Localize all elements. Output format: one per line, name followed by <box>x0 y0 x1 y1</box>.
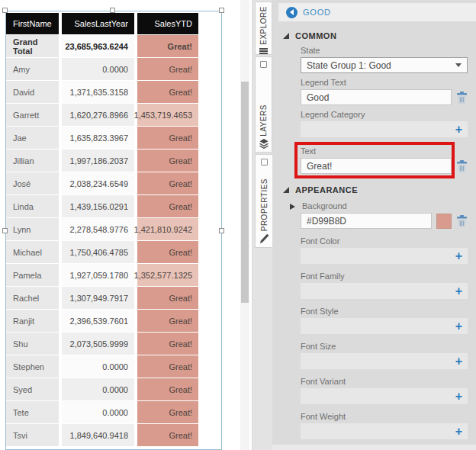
font-field-label: Font Family <box>301 272 468 281</box>
explore-chart-icon <box>259 48 268 54</box>
pencil-icon <box>259 233 269 244</box>
background-swatch[interactable] <box>436 214 452 229</box>
cell-saleslastyear: 0.0000 <box>62 355 134 378</box>
table-body: Grand Total 23,685,963.6244 Great! Amy 0… <box>6 35 198 446</box>
add-icon[interactable]: + <box>455 124 462 135</box>
add-icon[interactable]: + <box>455 286 462 297</box>
cell-salesytd: Great! <box>137 310 198 332</box>
cell-salesytd: Great! <box>137 424 198 446</box>
square-icon <box>260 61 267 68</box>
selection-handle-mid-left[interactable] <box>2 228 8 233</box>
collapsed-icon <box>290 204 295 210</box>
cell-firstname: Garrett <box>6 104 59 126</box>
cell-salesytd: Great! <box>137 401 198 423</box>
cell-salesytd: Great! <box>137 333 198 355</box>
cell-saleslastyear: 1,371,635.3158 <box>62 81 134 103</box>
font-field: + <box>301 388 468 404</box>
trash-icon[interactable] <box>456 92 468 104</box>
column-header-firstname: FirstName <box>6 13 59 34</box>
font-field: + <box>301 318 468 334</box>
add-icon[interactable]: + <box>455 321 462 332</box>
cell-salesytd: Great! <box>137 172 198 194</box>
tab-properties[interactable]: PROPERTIES <box>255 154 273 248</box>
back-button[interactable] <box>286 7 298 18</box>
trash-icon[interactable] <box>456 160 468 172</box>
layers-icon <box>259 139 269 149</box>
selection-handle-top-center[interactable] <box>110 8 115 13</box>
cell-firstname: Michael <box>6 241 59 263</box>
cell-salesytd: Great! <box>137 287 198 309</box>
font-field: + <box>301 283 468 299</box>
cell-salesytd: Great! <box>137 35 198 57</box>
add-icon[interactable]: + <box>455 356 462 367</box>
datagrid-visual[interactable]: FirstName SalesLastYear SalesYTD Grand T… <box>6 13 198 447</box>
text-label: Text <box>301 146 468 156</box>
cell-firstname: Pamela <box>6 264 59 286</box>
tab-layers[interactable]: LAYERS <box>255 56 272 153</box>
canvas-scrollbar-thumb[interactable] <box>241 82 249 303</box>
selection-handle-top-right[interactable] <box>219 8 224 13</box>
legend-category-label: Legend Category <box>301 110 468 120</box>
table-row: David 1,371,635.3158 Great! <box>6 81 198 103</box>
properties-panel: GOOD COMMON State State Group 1: Good Le… <box>272 0 476 450</box>
cell-firstname: Jillian <box>6 149 59 172</box>
cell-salesytd: Great! <box>137 355 198 378</box>
cell-saleslastyear: 1,849,640.9418 <box>62 424 134 446</box>
add-icon[interactable]: + <box>455 391 462 402</box>
section-common[interactable]: COMMON <box>283 31 476 41</box>
legend-text-label: Legend Text <box>301 78 468 88</box>
add-icon[interactable]: + <box>455 251 462 262</box>
cell-saleslastyear: 1,439,156.0291 <box>62 195 134 217</box>
cell-salesytd: Great! <box>137 241 198 263</box>
background-label: Background <box>302 201 347 211</box>
cell-salesytd: Great! <box>137 81 198 103</box>
cell-firstname: José <box>6 172 59 194</box>
table-row: José 2,038,234.6549 Great! <box>6 172 198 194</box>
table-row: Michael 1,750,406.4785 Great! <box>6 241 198 263</box>
selection-handle-mid-right[interactable] <box>219 228 224 233</box>
state-dropdown[interactable]: State Group 1: Good <box>301 57 468 73</box>
background-color-input[interactable] <box>301 213 432 229</box>
table-row: Rachel 1,307,949.7917 Great! <box>6 287 198 309</box>
state-dropdown-value: State Group 1: Good <box>307 60 391 71</box>
tab-explore-label: EXPLORE <box>259 6 268 45</box>
table-row: Jae 1,635,823.3967 Great! <box>6 127 198 149</box>
table-row: Tete 0.0000 Great! <box>6 401 198 423</box>
table-row: Tsvi 1,849,640.9418 Great! <box>6 424 198 446</box>
state-label: State <box>301 46 468 56</box>
canvas-scrollbar[interactable] <box>240 0 249 450</box>
cell-firstname: Syed <box>6 378 59 400</box>
table-row: Grand Total 23,685,963.6244 Great! <box>6 35 198 57</box>
table-row: Amy 0.0000 Great! <box>6 58 198 80</box>
cell-firstname: Jae <box>6 127 59 149</box>
back-arrow-icon <box>290 9 294 15</box>
table-row: Jillian 1,997,186.2037 Great! <box>6 149 198 172</box>
cell-firstname: Tete <box>6 401 59 423</box>
cell-saleslastyear: 1,307,949.7917 <box>62 287 134 309</box>
selection-handle-top-left[interactable] <box>2 8 8 13</box>
cell-salesytd: Great! <box>137 378 198 400</box>
font-field-label: Font Weight <box>301 412 468 422</box>
cell-saleslastyear: 2,038,234.6549 <box>62 172 134 194</box>
expanded-icon <box>283 187 289 193</box>
cell-saleslastyear: 1,997,186.2037 <box>62 149 134 172</box>
cell-saleslastyear: 1,635,823.3967 <box>62 127 134 149</box>
font-field-label: Font Color <box>301 236 468 246</box>
panel-bottom-strip <box>272 445 476 450</box>
table-row: Pamela 1,927,059.1780 1,352,577.1325 <box>6 264 198 286</box>
legend-category-field: + <box>301 121 468 137</box>
text-input[interactable] <box>301 158 452 174</box>
legend-text-input[interactable] <box>301 89 452 105</box>
tab-explore[interactable]: EXPLORE <box>255 2 272 55</box>
background-expander[interactable]: Background <box>290 201 476 211</box>
cell-salesytd: 1,352,577.1325 <box>137 264 198 286</box>
add-icon[interactable]: + <box>455 426 462 437</box>
table-row: Syed 0.0000 Great! <box>6 378 198 400</box>
chevron-down-icon <box>455 63 462 67</box>
cell-salesytd: Great! <box>137 127 198 149</box>
section-appearance[interactable]: APPEARANCE <box>283 185 476 195</box>
font-field: + <box>301 423 468 439</box>
state-group-header: GOOD <box>278 3 476 21</box>
cell-salesytd: Great! <box>137 195 198 217</box>
trash-icon[interactable] <box>456 215 468 227</box>
